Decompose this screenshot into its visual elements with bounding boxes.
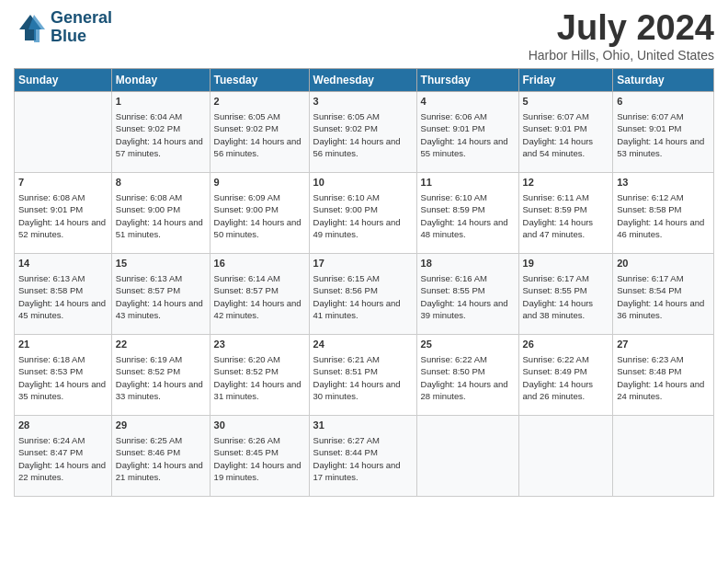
day-number: 28 (18, 419, 108, 432)
day-info: Sunrise: 6:07 AMSunset: 9:01 PMDaylight:… (523, 111, 594, 158)
calendar-cell: 25Sunrise: 6:22 AMSunset: 8:50 PMDayligh… (416, 334, 518, 415)
calendar-cell: 23Sunrise: 6:20 AMSunset: 8:52 PMDayligh… (210, 334, 309, 415)
calendar-body: 1Sunrise: 6:04 AMSunset: 9:02 PMDaylight… (15, 91, 714, 496)
day-number: 16 (214, 257, 305, 270)
day-number: 24 (313, 338, 413, 351)
day-info: Sunrise: 6:06 AMSunset: 9:01 PMDaylight:… (421, 111, 508, 158)
day-info: Sunrise: 6:22 AMSunset: 8:50 PMDaylight:… (421, 354, 508, 401)
logo-icon (14, 11, 47, 44)
day-info: Sunrise: 6:10 AMSunset: 8:59 PMDaylight:… (421, 192, 508, 239)
calendar-cell: 15Sunrise: 6:13 AMSunset: 8:57 PMDayligh… (111, 253, 210, 334)
day-info: Sunrise: 6:05 AMSunset: 9:02 PMDaylight:… (214, 111, 301, 158)
day-info: Sunrise: 6:10 AMSunset: 9:00 PMDaylight:… (313, 192, 401, 239)
week-row-4: 21Sunrise: 6:18 AMSunset: 8:53 PMDayligh… (15, 334, 714, 415)
day-number: 15 (116, 257, 206, 270)
calendar-cell: 17Sunrise: 6:15 AMSunset: 8:56 PMDayligh… (309, 253, 416, 334)
week-row-1: 1Sunrise: 6:04 AMSunset: 9:02 PMDaylight… (15, 91, 714, 172)
calendar-cell: 26Sunrise: 6:22 AMSunset: 8:49 PMDayligh… (518, 334, 613, 415)
title-area: July 2024 Harbor Hills, Ohio, United Sta… (529, 9, 714, 63)
calendar-cell: 4Sunrise: 6:06 AMSunset: 9:01 PMDaylight… (416, 91, 518, 172)
calendar-cell: 28Sunrise: 6:24 AMSunset: 8:47 PMDayligh… (15, 415, 112, 496)
day-number: 21 (18, 338, 108, 351)
calendar-cell: 18Sunrise: 6:16 AMSunset: 8:55 PMDayligh… (416, 253, 518, 334)
calendar-cell (613, 415, 714, 496)
day-info: Sunrise: 6:23 AMSunset: 8:48 PMDaylight:… (617, 354, 704, 401)
calendar-cell: 27Sunrise: 6:23 AMSunset: 8:48 PMDayligh… (613, 334, 714, 415)
day-number: 6 (617, 95, 710, 109)
day-info: Sunrise: 6:16 AMSunset: 8:55 PMDaylight:… (421, 273, 508, 320)
day-info: Sunrise: 6:17 AMSunset: 8:55 PMDaylight:… (523, 273, 594, 320)
day-number: 4 (421, 95, 515, 109)
day-info: Sunrise: 6:25 AMSunset: 8:46 PMDaylight:… (116, 435, 203, 482)
day-number: 29 (116, 419, 206, 432)
calendar-cell: 16Sunrise: 6:14 AMSunset: 8:57 PMDayligh… (210, 253, 309, 334)
day-number: 5 (523, 95, 609, 109)
calendar-cell: 8Sunrise: 6:08 AMSunset: 9:00 PMDaylight… (111, 172, 210, 253)
day-number: 20 (617, 257, 710, 270)
day-info: Sunrise: 6:05 AMSunset: 9:02 PMDaylight:… (313, 111, 401, 158)
day-number: 2 (214, 95, 305, 109)
day-number: 9 (214, 176, 305, 190)
month-title: July 2024 (529, 9, 714, 48)
logo: General Blue (14, 9, 112, 46)
calendar-cell: 3Sunrise: 6:05 AMSunset: 9:02 PMDaylight… (309, 91, 416, 172)
calendar-cell: 11Sunrise: 6:10 AMSunset: 8:59 PMDayligh… (416, 172, 518, 253)
day-info: Sunrise: 6:13 AMSunset: 8:57 PMDaylight:… (116, 273, 203, 320)
calendar-cell (518, 415, 613, 496)
header-row: Sunday Monday Tuesday Wednesday Thursday… (15, 68, 714, 91)
calendar-cell: 13Sunrise: 6:12 AMSunset: 8:58 PMDayligh… (613, 172, 714, 253)
calendar-cell: 10Sunrise: 6:10 AMSunset: 9:00 PMDayligh… (309, 172, 416, 253)
calendar-cell: 9Sunrise: 6:09 AMSunset: 9:00 PMDaylight… (210, 172, 309, 253)
calendar-cell: 14Sunrise: 6:13 AMSunset: 8:58 PMDayligh… (15, 253, 112, 334)
day-info: Sunrise: 6:27 AMSunset: 8:44 PMDaylight:… (313, 435, 401, 482)
calendar-cell: 7Sunrise: 6:08 AMSunset: 9:01 PMDaylight… (15, 172, 112, 253)
day-number: 30 (214, 419, 305, 432)
day-number: 14 (18, 257, 108, 270)
header: General Blue July 2024 Harbor Hills, Ohi… (14, 9, 714, 63)
calendar-table: Sunday Monday Tuesday Wednesday Thursday… (14, 68, 714, 497)
day-info: Sunrise: 6:22 AMSunset: 8:49 PMDaylight:… (523, 354, 594, 401)
day-info: Sunrise: 6:14 AMSunset: 8:57 PMDaylight:… (214, 273, 301, 320)
day-info: Sunrise: 6:21 AMSunset: 8:51 PMDaylight:… (313, 354, 401, 401)
day-info: Sunrise: 6:19 AMSunset: 8:52 PMDaylight:… (116, 354, 203, 401)
day-number: 26 (523, 338, 609, 351)
calendar-cell: 6Sunrise: 6:07 AMSunset: 9:01 PMDaylight… (613, 91, 714, 172)
day-info: Sunrise: 6:07 AMSunset: 9:01 PMDaylight:… (617, 111, 704, 158)
calendar-cell (15, 91, 112, 172)
calendar-cell: 1Sunrise: 6:04 AMSunset: 9:02 PMDaylight… (111, 91, 210, 172)
day-number: 12 (523, 176, 609, 190)
logo-text: General Blue (51, 9, 112, 46)
day-number: 8 (116, 176, 206, 190)
day-number: 13 (617, 176, 710, 190)
day-number: 18 (421, 257, 515, 270)
calendar-cell: 24Sunrise: 6:21 AMSunset: 8:51 PMDayligh… (309, 334, 416, 415)
day-info: Sunrise: 6:20 AMSunset: 8:52 PMDaylight:… (214, 354, 301, 401)
col-thursday: Thursday (416, 68, 518, 91)
calendar-cell: 12Sunrise: 6:11 AMSunset: 8:59 PMDayligh… (518, 172, 613, 253)
day-number: 23 (214, 338, 305, 351)
week-row-5: 28Sunrise: 6:24 AMSunset: 8:47 PMDayligh… (15, 415, 714, 496)
day-info: Sunrise: 6:24 AMSunset: 8:47 PMDaylight:… (18, 435, 106, 482)
week-row-2: 7Sunrise: 6:08 AMSunset: 9:01 PMDaylight… (15, 172, 714, 253)
day-number: 3 (313, 95, 413, 109)
day-number: 31 (313, 419, 413, 432)
day-info: Sunrise: 6:15 AMSunset: 8:56 PMDaylight:… (313, 273, 401, 320)
week-row-3: 14Sunrise: 6:13 AMSunset: 8:58 PMDayligh… (15, 253, 714, 334)
calendar-cell: 31Sunrise: 6:27 AMSunset: 8:44 PMDayligh… (309, 415, 416, 496)
col-tuesday: Tuesday (210, 68, 309, 91)
calendar-cell: 22Sunrise: 6:19 AMSunset: 8:52 PMDayligh… (111, 334, 210, 415)
col-wednesday: Wednesday (309, 68, 416, 91)
col-saturday: Saturday (613, 68, 714, 91)
day-info: Sunrise: 6:09 AMSunset: 9:00 PMDaylight:… (214, 192, 301, 239)
calendar-cell: 20Sunrise: 6:17 AMSunset: 8:54 PMDayligh… (613, 253, 714, 334)
day-info: Sunrise: 6:18 AMSunset: 8:53 PMDaylight:… (18, 354, 106, 401)
calendar-cell: 29Sunrise: 6:25 AMSunset: 8:46 PMDayligh… (111, 415, 210, 496)
day-info: Sunrise: 6:12 AMSunset: 8:58 PMDaylight:… (617, 192, 704, 239)
col-sunday: Sunday (15, 68, 112, 91)
calendar-cell: 30Sunrise: 6:26 AMSunset: 8:45 PMDayligh… (210, 415, 309, 496)
location: Harbor Hills, Ohio, United States (529, 48, 714, 63)
day-number: 10 (313, 176, 413, 190)
day-number: 1 (116, 95, 206, 109)
col-friday: Friday (518, 68, 613, 91)
day-number: 25 (421, 338, 515, 351)
